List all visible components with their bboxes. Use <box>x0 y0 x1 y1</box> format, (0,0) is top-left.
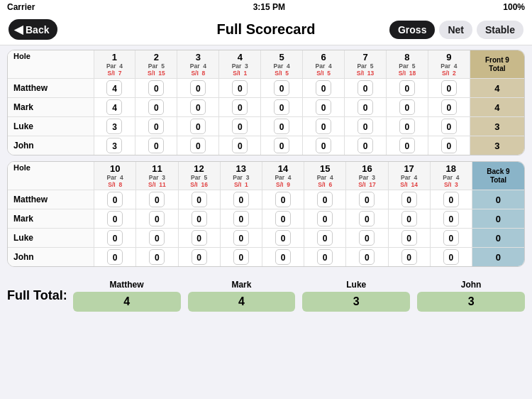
score-cell[interactable]: 0 <box>177 79 219 98</box>
score-value[interactable]: 0 <box>149 211 165 226</box>
score-cell[interactable]: 0 <box>303 79 345 98</box>
score-cell[interactable]: 0 <box>345 79 387 98</box>
score-value[interactable]: 0 <box>399 119 415 134</box>
score-value[interactable]: 0 <box>275 230 291 246</box>
score-value[interactable]: 4 <box>106 99 122 115</box>
score-value[interactable]: 0 <box>401 211 417 226</box>
score-cell[interactable]: 0 <box>135 79 177 98</box>
score-cell[interactable]: 0 <box>386 98 428 117</box>
score-cell[interactable]: 0 <box>428 79 470 98</box>
score-value[interactable]: 0 <box>401 249 417 265</box>
score-value[interactable]: 0 <box>275 211 291 226</box>
score-cell[interactable]: 0 <box>304 209 346 229</box>
gross-button[interactable]: Gross <box>389 21 435 39</box>
score-cell[interactable]: 0 <box>177 136 219 155</box>
score-value[interactable]: 0 <box>359 249 375 265</box>
score-cell[interactable]: 0 <box>94 229 136 248</box>
score-value[interactable]: 0 <box>107 211 123 226</box>
score-cell[interactable]: 0 <box>345 136 387 155</box>
score-cell[interactable]: 0 <box>94 190 136 209</box>
score-value[interactable]: 0 <box>274 119 289 134</box>
score-value[interactable]: 0 <box>148 119 164 134</box>
score-cell[interactable]: 0 <box>430 248 472 267</box>
score-value[interactable]: 0 <box>192 230 207 246</box>
score-value[interactable]: 0 <box>192 211 207 226</box>
score-value[interactable]: 0 <box>232 99 248 115</box>
score-cell[interactable]: 0 <box>262 190 304 209</box>
score-cell[interactable]: 3 <box>94 136 135 155</box>
score-value[interactable]: 0 <box>443 249 459 265</box>
score-cell[interactable]: 0 <box>261 98 303 117</box>
score-value[interactable]: 0 <box>399 80 415 96</box>
score-cell[interactable]: 0 <box>304 248 346 267</box>
score-cell[interactable]: 0 <box>262 229 304 248</box>
score-value[interactable]: 0 <box>233 249 249 265</box>
score-cell[interactable]: 0 <box>430 209 472 229</box>
score-cell[interactable]: 0 <box>345 117 387 136</box>
score-cell[interactable]: 0 <box>262 248 304 267</box>
score-value[interactable]: 0 <box>274 99 289 115</box>
score-cell[interactable]: 0 <box>262 209 304 229</box>
score-cell[interactable]: 0 <box>345 98 387 117</box>
score-value[interactable]: 0 <box>441 99 457 115</box>
score-cell[interactable]: 0 <box>386 79 428 98</box>
score-cell[interactable]: 0 <box>346 190 388 209</box>
score-value[interactable]: 0 <box>233 230 249 246</box>
back-button[interactable]: ◀ Back <box>9 19 57 40</box>
score-value[interactable]: 0 <box>192 249 207 265</box>
score-value[interactable]: 0 <box>359 192 375 207</box>
score-value[interactable]: 0 <box>275 249 291 265</box>
score-cell[interactable]: 0 <box>94 209 136 229</box>
score-cell[interactable]: 0 <box>220 190 262 209</box>
score-value[interactable]: 0 <box>274 138 289 153</box>
score-cell[interactable]: 0 <box>303 136 345 155</box>
score-value[interactable]: 0 <box>358 138 373 153</box>
score-value[interactable]: 0 <box>441 138 457 153</box>
score-value[interactable]: 0 <box>232 138 248 153</box>
score-cell[interactable]: 0 <box>136 229 178 248</box>
score-value[interactable]: 0 <box>401 230 417 246</box>
score-cell[interactable]: 0 <box>430 190 472 209</box>
score-cell[interactable]: 0 <box>219 117 261 136</box>
score-value[interactable]: 0 <box>148 99 164 115</box>
net-button[interactable]: Net <box>439 21 472 39</box>
score-cell[interactable]: 0 <box>136 248 178 267</box>
score-cell[interactable]: 0 <box>428 117 470 136</box>
score-value[interactable]: 3 <box>106 119 122 134</box>
score-cell[interactable]: 4 <box>94 98 135 117</box>
score-cell[interactable]: 0 <box>388 248 430 267</box>
score-value[interactable]: 0 <box>190 119 206 134</box>
score-cell[interactable]: 0 <box>136 190 178 209</box>
score-value[interactable]: 0 <box>149 230 165 246</box>
score-cell[interactable]: 0 <box>386 136 428 155</box>
score-value[interactable]: 0 <box>401 192 417 207</box>
score-value[interactable]: 0 <box>441 80 457 96</box>
stable-button[interactable]: Stable <box>477 21 523 39</box>
score-value[interactable]: 0 <box>316 80 331 96</box>
score-cell[interactable]: 0 <box>178 190 220 209</box>
score-cell[interactable]: 0 <box>388 229 430 248</box>
score-cell[interactable]: 0 <box>178 248 220 267</box>
score-cell[interactable]: 0 <box>178 209 220 229</box>
score-cell[interactable]: 0 <box>346 229 388 248</box>
score-value[interactable]: 0 <box>317 192 333 207</box>
score-cell[interactable]: 0 <box>430 229 472 248</box>
score-cell[interactable]: 0 <box>428 136 470 155</box>
score-cell[interactable]: 0 <box>135 117 177 136</box>
score-cell[interactable]: 0 <box>219 79 261 98</box>
score-cell[interactable]: 0 <box>135 136 177 155</box>
score-cell[interactable]: 0 <box>303 117 345 136</box>
score-cell[interactable]: 0 <box>219 136 261 155</box>
score-cell[interactable]: 0 <box>220 248 262 267</box>
score-value[interactable]: 0 <box>149 249 165 265</box>
score-value[interactable]: 0 <box>192 192 207 207</box>
score-value[interactable]: 0 <box>190 80 206 96</box>
score-value[interactable]: 0 <box>399 99 415 115</box>
score-value[interactable]: 0 <box>358 119 373 134</box>
score-value[interactable]: 0 <box>232 119 248 134</box>
score-value[interactable]: 0 <box>317 249 333 265</box>
score-cell[interactable]: 0 <box>220 229 262 248</box>
score-cell[interactable]: 0 <box>261 136 303 155</box>
score-cell[interactable]: 0 <box>94 248 136 267</box>
score-cell[interactable]: 0 <box>386 117 428 136</box>
